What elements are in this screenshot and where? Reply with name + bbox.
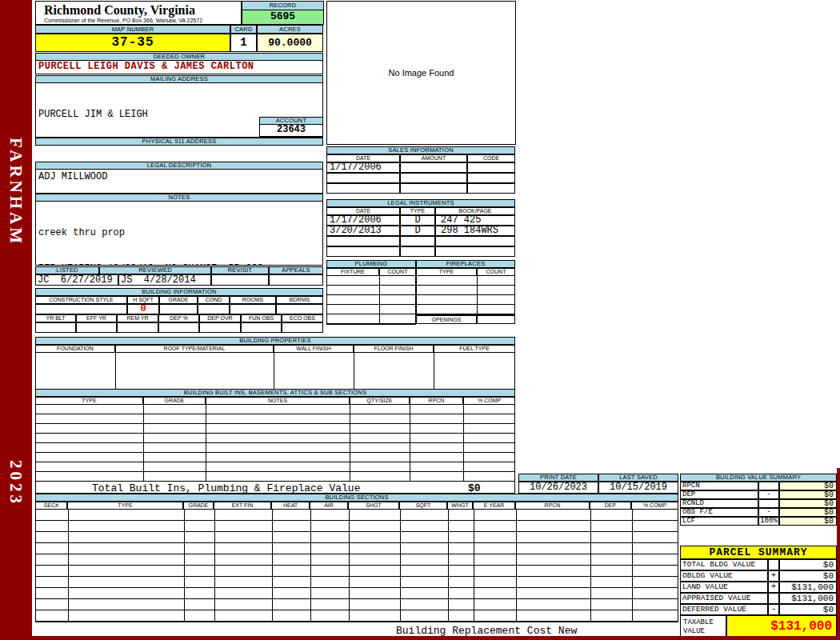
mailing-address-header: MAILING ADDRESS bbox=[35, 75, 323, 83]
instr-type: D bbox=[400, 226, 435, 236]
parcel-label: TOTAL BLDG VALUE bbox=[680, 559, 768, 570]
col-sec: SEC# bbox=[35, 502, 67, 510]
column-divider bbox=[354, 353, 354, 389]
property-record-card: FARNHAM 2023 Richmond County, Virginia C… bbox=[0, 0, 840, 640]
col-pct-comp: % COMP bbox=[631, 502, 678, 510]
table-row: DEP - $0 bbox=[680, 490, 837, 499]
col-type: TYPE bbox=[67, 502, 183, 510]
col-dep-pct: DEP % bbox=[158, 314, 199, 322]
notes-box: creek thru prop PER HEARING 12/30/10: NO… bbox=[35, 202, 323, 266]
right-border bbox=[837, 468, 840, 640]
col-fun-obs: FUN OBS bbox=[241, 314, 282, 322]
bvs-label: RPCN bbox=[680, 482, 758, 490]
last-saved-header: LAST SAVED bbox=[598, 474, 678, 482]
listed-header: LISTED bbox=[35, 266, 99, 274]
parcel-label: OBLDG VALUE bbox=[680, 570, 768, 582]
bvs-value: $0 bbox=[779, 499, 837, 508]
map-card-acres-headers: MAP NUMBER CARD ACRES bbox=[35, 25, 323, 34]
column-divider bbox=[477, 276, 478, 314]
col-construction-style: CONSTRUCTION STYLE bbox=[35, 296, 127, 304]
review-section: LISTED REVIEWED REVISIT APPEALS JC 6/27/… bbox=[35, 266, 323, 286]
building-properties-body bbox=[35, 353, 515, 390]
parcel-op: + bbox=[768, 582, 779, 593]
col-air: AIR bbox=[310, 502, 348, 510]
empty-cell bbox=[211, 274, 269, 286]
plumbing-column-headers: FIXTURE COUNT bbox=[326, 268, 416, 276]
bvs-label: LCF bbox=[680, 517, 758, 526]
empty-cell bbox=[117, 322, 158, 333]
empty-cell bbox=[326, 236, 400, 246]
col-rem-yr: REM YR bbox=[117, 314, 158, 322]
print-info-section: PRINT DATE LAST SAVED 10/26/2023 10/15/2… bbox=[518, 474, 678, 494]
empty-cell bbox=[326, 246, 400, 257]
note-line: creek thru prop bbox=[38, 227, 322, 239]
parcel-op: + bbox=[768, 570, 779, 582]
building-info-values-1: 0 bbox=[35, 304, 323, 314]
deeded-owner-section: DEEDED OWNER PURCELL LEIGH DAVIS & JAMES… bbox=[35, 53, 323, 74]
building-info-columns-2: YR BLT EFF YR REM YR DEP % DEP OVR FUN O… bbox=[35, 314, 323, 322]
table-row: TOTAL BLDG VALUE $0 bbox=[680, 559, 837, 570]
record-block: RECORD 5695 bbox=[242, 1, 324, 25]
instr-bookpage: 298 184WRS bbox=[435, 226, 515, 236]
fireplaces-header: FIREPLACES bbox=[416, 260, 515, 268]
col-grade: GRADE bbox=[159, 296, 198, 304]
bvs-label: OBS F/E bbox=[680, 508, 758, 517]
account-header: ACCOUNT bbox=[259, 117, 323, 125]
col-hsqft: H SQFT bbox=[127, 296, 159, 304]
instr-date: 1/17/2006 bbox=[326, 215, 400, 226]
col-floor-finish: FLOOR FINISH bbox=[354, 345, 434, 353]
empty-cell bbox=[467, 173, 515, 183]
table-row: DEFERRED VALUE - $0 bbox=[680, 604, 837, 615]
plumbing-section: PLUMBING FIXTURE COUNT bbox=[326, 260, 416, 325]
table-row bbox=[326, 246, 515, 257]
column-divider bbox=[349, 510, 350, 622]
column-divider bbox=[274, 353, 274, 389]
col-eff-yr: EFF YR bbox=[76, 314, 117, 322]
parcel-op bbox=[768, 559, 779, 570]
parcel-label: APPRAISED VALUE bbox=[680, 593, 768, 604]
empty-cell bbox=[76, 322, 117, 333]
map-card-acres: MAP NUMBER CARD ACRES 37-35 1 90.0000 bbox=[35, 25, 323, 52]
appeals-header: APPEALS bbox=[269, 266, 323, 274]
parcel-label: LAND VALUE bbox=[680, 582, 768, 593]
col-rooms: ROOMS bbox=[230, 296, 276, 304]
openings-label: OPENINGS bbox=[416, 315, 477, 324]
parcel-summary-header: PARCEL SUMMARY bbox=[680, 546, 837, 559]
instr-date: 3/20/2013 bbox=[326, 226, 400, 236]
column-divider bbox=[590, 510, 591, 622]
bvs-op: - bbox=[758, 508, 779, 517]
column-divider bbox=[310, 510, 311, 622]
building-properties-columns: FOUNDATION ROOF TYPE/MATERIAL WALL FINIS… bbox=[35, 345, 515, 353]
building-properties-header: BUILDING PROPERTIES bbox=[35, 337, 515, 345]
building-sections-rows bbox=[35, 510, 678, 622]
column-divider bbox=[68, 510, 69, 622]
col-e-year: E YEAR bbox=[473, 502, 515, 510]
empty-cell bbox=[199, 322, 241, 333]
left-sidebar: FARNHAM 2023 bbox=[0, 0, 32, 640]
table-row: RCNLD $0 bbox=[680, 499, 837, 508]
bvs-label: DEP bbox=[680, 490, 758, 499]
column-divider bbox=[206, 405, 206, 482]
empty-cell bbox=[326, 173, 400, 183]
building-information-header: BUILDING INFORMATION bbox=[35, 288, 323, 296]
notes-section: NOTES creek thru prop PER HEARING 12/30/… bbox=[35, 194, 323, 266]
fireplaces-col-count: COUNT bbox=[477, 268, 515, 276]
table-row: LCF 100% $0 bbox=[680, 517, 837, 526]
listed-value: JC 6/27/2019 bbox=[35, 274, 118, 286]
col-dep: DEP bbox=[590, 502, 631, 510]
county-title: Richmond County, Virginia bbox=[44, 2, 241, 18]
table-row: 1/17/2006 bbox=[326, 162, 515, 173]
building-sections-section: BUILDING SECTIONS SEC# TYPE GRADE EXT FI… bbox=[35, 494, 678, 622]
empty-cell bbox=[241, 322, 282, 333]
built-ins-section: BUILDING BUILT INS, BASEMENTS, ATTICS & … bbox=[35, 389, 515, 482]
legal-description-value: ADJ MILLWOOD bbox=[35, 170, 323, 194]
sale-amount bbox=[400, 162, 467, 173]
legal-instruments-section: LEGAL INSTRUMENTS DATE TYPE BOOK/PAGE 1/… bbox=[326, 199, 515, 257]
table-row: LAND VALUE + $131,000 bbox=[680, 582, 837, 593]
bvs-value: $0 bbox=[779, 508, 837, 517]
district-name: FARNHAM bbox=[6, 138, 26, 246]
sales-col-code: CODE bbox=[467, 154, 515, 162]
empty-cell bbox=[400, 236, 435, 246]
total-built-ins-row: Total Built Ins, Plumbing & Fireplace Va… bbox=[35, 481, 515, 494]
account-section: ACCOUNT 23643 bbox=[259, 117, 323, 137]
